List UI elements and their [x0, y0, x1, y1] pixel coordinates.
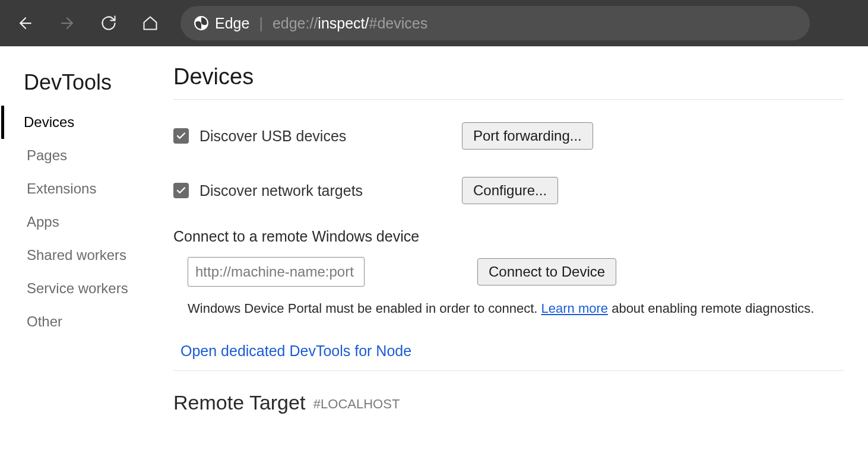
discover-usb-checkbox[interactable] [173, 128, 189, 144]
remote-windows-helper-text: Windows Device Portal must be enabled in… [188, 301, 844, 316]
remote-target-tag: #LOCALHOST [313, 396, 400, 411]
discover-network-row: Discover network targets Configure... [173, 177, 844, 204]
sidebar-item-label: Extensions [27, 180, 96, 196]
discover-network-checkbox[interactable] [173, 183, 189, 198]
port-forwarding-button[interactable]: Port forwarding... [462, 122, 593, 150]
remote-windows-section-label: Connect to a remote Windows device [173, 228, 844, 245]
discover-usb-label: Discover USB devices [199, 128, 346, 145]
sidebar-item-extensions[interactable]: Extensions [1, 172, 166, 205]
discover-network-label: Discover network targets [199, 182, 363, 199]
learn-more-link[interactable]: Learn more [541, 301, 609, 316]
sidebar-item-pages[interactable]: Pages [1, 139, 166, 172]
remote-target-title: Remote Target [173, 391, 305, 414]
address-bar[interactable]: Edge | edge://inspect/#devices [180, 6, 810, 40]
sidebar-item-service-workers[interactable]: Service workers [1, 272, 166, 305]
home-button[interactable] [132, 5, 169, 42]
address-separator: | [259, 15, 263, 32]
refresh-button[interactable] [90, 5, 127, 42]
sidebar-item-other[interactable]: Other [1, 305, 166, 338]
check-icon [176, 185, 186, 196]
page-title: Devices [173, 64, 844, 100]
connect-to-device-button[interactable]: Connect to Device [477, 258, 616, 285]
sidebar-item-apps[interactable]: Apps [1, 205, 166, 239]
back-button[interactable] [7, 5, 44, 42]
forward-button[interactable] [49, 5, 85, 42]
sidebar-item-label: Other [27, 313, 62, 329]
sidebar-title: DevTools [1, 70, 166, 106]
open-devtools-node-link[interactable]: Open dedicated DevTools for Node [173, 338, 844, 371]
sidebar-item-devices[interactable]: Devices [1, 106, 166, 139]
browser-label: Edge [215, 15, 249, 32]
sidebar-item-label: Apps [27, 214, 59, 230]
sidebar-item-shared-workers[interactable]: Shared workers [1, 239, 166, 272]
edge-logo-icon [194, 15, 209, 31]
content: Devices Discover USB devices Port forwar… [166, 58, 868, 414]
sidebar-item-label: Devices [24, 114, 74, 130]
sidebar-item-label: Service workers [27, 280, 128, 296]
check-icon [176, 131, 186, 141]
connect-row: Connect to Device [188, 257, 844, 287]
configure-button[interactable]: Configure... [462, 177, 558, 204]
sidebar: DevTools Devices Pages Extensions Apps S… [0, 58, 166, 414]
remote-device-url-input[interactable] [188, 257, 365, 287]
browser-toolbar: Edge | edge://inspect/#devices [0, 0, 868, 46]
sidebar-item-label: Pages [27, 147, 67, 163]
remote-target-heading: Remote Target #LOCALHOST [173, 391, 844, 414]
address-url: edge://inspect/#devices [273, 15, 427, 32]
edge-badge: Edge [194, 15, 249, 32]
discover-usb-row: Discover USB devices Port forwarding... [173, 122, 844, 150]
sidebar-item-label: Shared workers [27, 247, 126, 263]
